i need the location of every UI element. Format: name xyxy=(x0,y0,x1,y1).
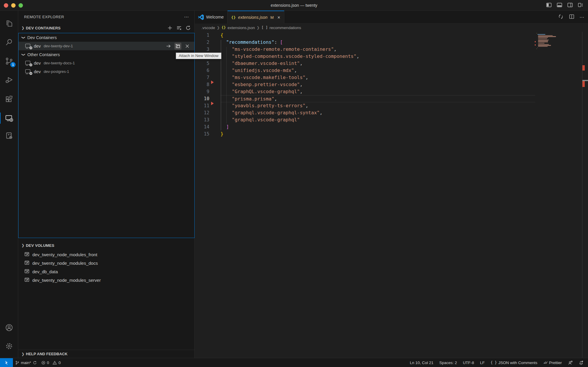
settings-gear-icon[interactable] xyxy=(0,338,18,354)
minimap-line xyxy=(538,44,549,45)
remote-explorer-icon[interactable] xyxy=(0,110,18,126)
volume-item-dev_twenty_node_modules_server[interactable]: dev_twenty_node_modules_server xyxy=(18,276,195,284)
dev-volumes-section-header[interactable]: ❯ DEV VOLUMES xyxy=(18,240,195,250)
more-actions-icon[interactable]: ⋯ xyxy=(184,14,189,20)
cursor-position-status[interactable]: Ln 10, Col 21 xyxy=(408,358,435,367)
code-editor[interactable]: 1{2 "recommendations": [3 "ms-vscode-rem… xyxy=(195,32,588,358)
code-line-13[interactable]: 13 "graphql.vscode-graphql" xyxy=(195,116,588,123)
dev-containers-section-label: DEV CONTAINERS xyxy=(26,26,167,30)
line-number: 5 xyxy=(195,60,209,67)
code-line-5[interactable]: 5 "dbaeumer.vscode-eslint", xyxy=(195,60,588,67)
volume-icon xyxy=(24,252,30,258)
tree-group-other-containers[interactable]: ❯Other Containers xyxy=(19,50,194,59)
search-icon[interactable] xyxy=(0,35,18,50)
dev-containers-icon[interactable] xyxy=(0,128,18,143)
scm-changes-badge: 1 xyxy=(10,62,16,67)
git-branch-status[interactable]: main* xyxy=(13,358,39,367)
code-line-6[interactable]: 6 "unifiedjs.vscode-mdx", xyxy=(195,67,588,74)
language-mode-status[interactable]: { } JSON with Comments xyxy=(488,358,539,367)
tree-group-dev-containers[interactable]: ❯Dev Containers xyxy=(19,33,194,42)
editor-more-actions-icon[interactable]: ⋯ xyxy=(579,14,584,20)
help-and-feedback-section[interactable]: ❯ HELP AND FEEDBACK xyxy=(18,350,195,358)
line-number: 14 xyxy=(195,123,209,130)
code-line-7[interactable]: 7 "ms-vscode.makefile-tools", xyxy=(195,74,588,81)
volume-item-dev_twenty_node_modules_docs[interactable]: dev_twenty_node_modules_docs xyxy=(18,259,195,267)
json-braces-icon: {} xyxy=(231,15,236,20)
breadcrumb-folder[interactable]: .vscode xyxy=(201,26,215,30)
container-description: dev-twenty-dev-1 xyxy=(44,44,73,48)
toggle-secondary-sidebar-icon[interactable] xyxy=(567,2,573,8)
code-line-15[interactable]: 15} xyxy=(195,130,588,138)
problems-status[interactable]: 0 0 xyxy=(39,358,63,367)
json-braces-icon: { } xyxy=(490,361,497,365)
line-content: ] xyxy=(220,123,588,130)
extensions-icon[interactable] xyxy=(0,92,18,107)
tab-welcome[interactable]: Welcome xyxy=(195,11,228,24)
container-description: dev-twenty-docs-1 xyxy=(44,61,75,65)
remote-indicator[interactable] xyxy=(0,358,13,367)
attach-window-icon[interactable] xyxy=(165,43,172,50)
error-count: 0 xyxy=(47,361,49,365)
line-content: "ms-vscode-remote.remote-containers", xyxy=(220,46,588,53)
stop-container-icon[interactable] xyxy=(184,43,191,50)
line-number: 12 xyxy=(195,109,209,116)
breadcrumb-symbol[interactable]: recommendations xyxy=(270,26,301,30)
activity-bar: 1 xyxy=(0,11,18,358)
container-item-dev-twenty-dev-1[interactable]: devdev-twenty-dev-1 xyxy=(19,42,194,50)
customize-layout-icon[interactable] xyxy=(577,2,584,8)
editor-group: Welcome {} extensions.json M ✕ ⋯ .vscode… xyxy=(195,11,588,358)
line-number: 7 xyxy=(195,74,209,81)
chevron-right-icon: ❯ xyxy=(20,352,26,356)
line-number: 2 xyxy=(195,39,209,46)
feedback-icon[interactable] xyxy=(566,358,575,367)
tab-extensions-json[interactable]: {} extensions.json M ✕ xyxy=(228,11,284,24)
volume-item-dev_twenty_node_modules_front[interactable]: dev_twenty_node_modules_front xyxy=(18,250,195,259)
sync-icon xyxy=(33,361,37,365)
maximize-window-button[interactable] xyxy=(19,3,23,8)
line-content: "prisma.prisma", xyxy=(220,95,535,102)
notification-bell-icon[interactable] xyxy=(577,358,586,367)
code-line-12[interactable]: 12 "graphql.vscode-graphql-syntax", xyxy=(195,109,588,116)
run-debug-icon[interactable] xyxy=(0,72,18,88)
code-line-3[interactable]: 3 "ms-vscode-remote.remote-containers", xyxy=(195,46,588,53)
code-line-10[interactable]: 10 "prisma.prisma", xyxy=(195,95,588,102)
code-line-11[interactable]: 11 "yoavbls.pretty-ts-errors", xyxy=(195,102,588,109)
attach-new-window-icon[interactable] xyxy=(174,43,181,50)
add-container-icon[interactable] xyxy=(167,25,173,31)
container-item-dev-twenty-docs-1[interactable]: devdev-twenty-docs-1 xyxy=(19,59,194,67)
clear-filter-icon[interactable] xyxy=(176,25,182,31)
container-item-dev-postgres-1[interactable]: devdev-postgres-1 xyxy=(19,67,194,76)
code-line-2[interactable]: 2 "recommendations": [ xyxy=(195,39,588,46)
open-changes-icon[interactable] xyxy=(558,14,564,21)
source-control-icon[interactable]: 1 xyxy=(0,53,18,69)
dev-containers-tree: ❯Dev Containersdevdev-twenty-dev-1❯Other… xyxy=(18,33,195,238)
toggle-panel-icon[interactable] xyxy=(556,2,563,8)
code-line-1[interactable]: 1{ xyxy=(195,32,588,39)
volume-label: dev_twenty_node_modules_docs xyxy=(32,261,98,266)
refresh-icon[interactable] xyxy=(185,25,191,31)
indentation-status[interactable]: Spaces: 2 xyxy=(437,358,459,367)
overview-deleted-mark xyxy=(582,81,585,87)
close-tab-icon[interactable]: ✕ xyxy=(277,15,280,20)
split-editor-icon[interactable] xyxy=(569,14,575,21)
code-line-9[interactable]: 9 "GraphQL.vscode-graphql", xyxy=(195,88,588,95)
minimize-window-button[interactable] xyxy=(11,3,16,8)
accounts-icon[interactable] xyxy=(0,320,18,335)
code-line-8[interactable]: 8 "esbenp.prettier-vscode", xyxy=(195,81,588,88)
code-line-14[interactable]: 14 ] xyxy=(195,123,588,130)
volume-item-dev_db_data[interactable]: dev_db_data xyxy=(18,267,195,276)
explorer-icon[interactable] xyxy=(0,16,18,31)
errors-icon xyxy=(41,361,46,365)
code-line-4[interactable]: 4 "styled-components.vscode-styled-compo… xyxy=(195,53,588,60)
indent-guide xyxy=(226,47,227,123)
double-check-icon: ✓✓ xyxy=(543,360,547,365)
volume-label: dev_db_data xyxy=(32,269,58,274)
minimap-line xyxy=(538,38,547,39)
encoding-status[interactable]: UTF-8 xyxy=(461,358,476,367)
eol-status[interactable]: LF xyxy=(478,358,487,367)
breadcrumb-file[interactable]: extensions.json xyxy=(228,26,255,30)
dev-containers-section-header[interactable]: ❯ DEV CONTAINERS xyxy=(18,23,194,33)
formatter-status[interactable]: ✓✓ Prettier xyxy=(541,358,564,367)
close-window-button[interactable] xyxy=(4,3,8,8)
toggle-sidebar-icon[interactable] xyxy=(546,2,552,8)
